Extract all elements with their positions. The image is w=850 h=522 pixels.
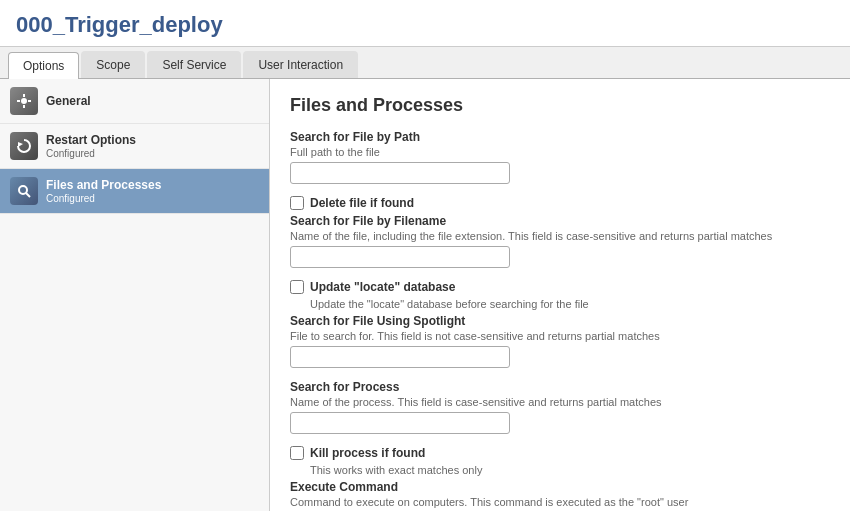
update-locate-checkbox[interactable] [290,280,304,294]
search-by-path-input[interactable] [290,162,510,184]
search-by-spotlight-input[interactable] [290,346,510,368]
delete-file-row: Delete file if found [290,196,830,210]
svg-point-0 [21,98,27,104]
content-title: Files and Processes [290,95,830,116]
files-icon [10,177,38,205]
tab-scope[interactable]: Scope [81,51,145,78]
svg-line-7 [26,193,30,197]
svg-rect-2 [23,105,25,108]
kill-process-sublabel: This works with exact matches only [310,464,830,476]
tab-user-interaction[interactable]: User Interaction [243,51,358,78]
search-by-filename-label: Search for File by Filename [290,214,830,228]
tab-bar: Options Scope Self Service User Interact… [0,47,850,79]
content-area: Files and Processes Search for File by P… [270,79,850,511]
update-locate-sublabel: Update the "locate" database before sear… [310,298,830,310]
page-header: 000_Trigger_deploy [0,0,850,47]
restart-icon [10,132,38,160]
search-by-filename-section: Search for File by Filename Name of the … [290,214,830,268]
svg-point-6 [19,186,27,194]
execute-command-section: Execute Command Command to execute on co… [290,480,830,511]
search-by-filename-desc: Name of the file, including the file ext… [290,230,830,242]
update-locate-row: Update "locate" database [290,280,830,294]
search-by-spotlight-section: Search for File Using Spotlight File to … [290,314,830,368]
general-icon [10,87,38,115]
sidebar-item-restart-text: Restart Options Configured [46,133,136,159]
sidebar-general-label: General [46,94,91,108]
page-title: 000_Trigger_deploy [16,12,223,37]
svg-rect-1 [23,94,25,97]
search-by-path-desc: Full path to the file [290,146,830,158]
sidebar-files-sublabel: Configured [46,193,161,204]
search-by-path-section: Search for File by Path Full path to the… [290,130,830,184]
sidebar-restart-label: Restart Options [46,133,136,147]
tab-options[interactable]: Options [8,52,79,79]
svg-marker-5 [18,142,23,147]
search-for-process-desc: Name of the process. This field is case-… [290,396,830,408]
sidebar-item-general[interactable]: General [0,79,269,124]
tab-self-service[interactable]: Self Service [147,51,241,78]
search-by-spotlight-desc: File to search for. This field is not ca… [290,330,830,342]
kill-process-checkbox[interactable] [290,446,304,460]
sidebar-item-restart[interactable]: Restart Options Configured [0,124,269,169]
sidebar: General Restart Options Configured [0,79,270,511]
execute-command-desc: Command to execute on computers. This co… [290,496,830,508]
sidebar-files-label: Files and Processes [46,178,161,192]
sidebar-item-general-text: General [46,94,91,108]
search-for-process-input[interactable] [290,412,510,434]
search-for-process-section: Search for Process Name of the process. … [290,380,830,434]
svg-rect-3 [17,100,20,102]
sidebar-item-files[interactable]: Files and Processes Configured [0,169,269,214]
sidebar-item-files-text: Files and Processes Configured [46,178,161,204]
main-layout: General Restart Options Configured [0,79,850,511]
kill-process-label: Kill process if found [310,446,425,460]
delete-file-label: Delete file if found [310,196,414,210]
kill-process-row: Kill process if found [290,446,830,460]
execute-command-label: Execute Command [290,480,830,494]
search-by-spotlight-label: Search for File Using Spotlight [290,314,830,328]
search-for-process-label: Search for Process [290,380,830,394]
search-by-path-label: Search for File by Path [290,130,830,144]
delete-file-checkbox[interactable] [290,196,304,210]
svg-rect-4 [28,100,31,102]
update-locate-label: Update "locate" database [310,280,455,294]
sidebar-restart-sublabel: Configured [46,148,136,159]
search-by-filename-input[interactable] [290,246,510,268]
